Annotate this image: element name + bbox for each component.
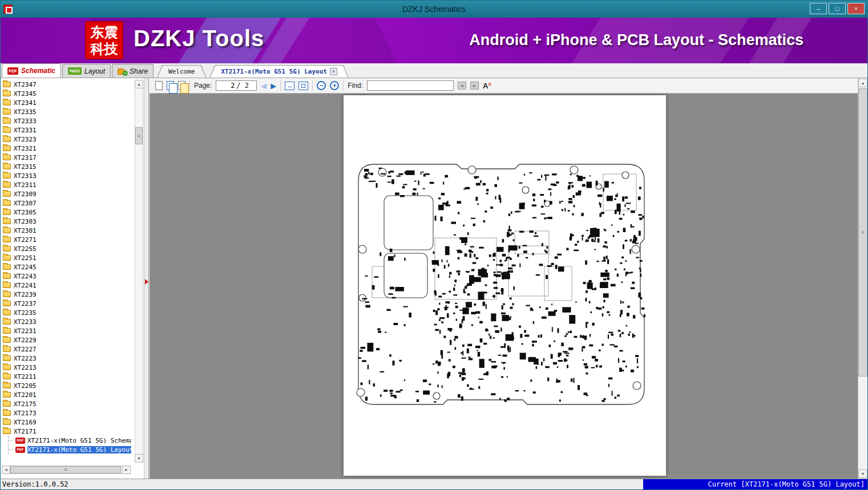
version-label: Version:1.0.0.52	[2, 480, 68, 488]
tab-layout[interactable]: PADS Layout	[62, 64, 111, 78]
tab-share-label: Share	[130, 67, 148, 75]
sidebar-splitter[interactable]	[144, 78, 148, 479]
find-next-icon[interactable]: ►	[470, 82, 479, 90]
tree-folder-item[interactable]: XT2315	[1, 162, 131, 171]
tree-folder-item[interactable]: XT2301	[1, 226, 131, 235]
folder-icon	[3, 273, 11, 279]
pads-icon: PADS	[68, 67, 82, 75]
close-button[interactable]: ×	[847, 3, 865, 14]
tree-folder-item[interactable]: XT2243	[1, 272, 131, 281]
zoom-out-icon[interactable]: −	[317, 81, 326, 90]
tree-folder-item[interactable]: XT2317	[1, 153, 131, 162]
tree-folder-item[interactable]: XT2251	[1, 253, 131, 262]
folder-icon	[3, 291, 11, 297]
viewer-vertical-scrollbar[interactable]: ▲ ≡ ▼	[858, 78, 867, 479]
scroll-down-icon[interactable]: ▼	[858, 469, 867, 478]
tree-folder-item[interactable]: XT2171	[1, 427, 131, 436]
tree-folder-item[interactable]: XT2309	[1, 189, 131, 199]
scroll-right-icon[interactable]: ►	[122, 465, 131, 474]
sidebar-vertical-scrollbar[interactable]: ▲ ≡ ▼	[135, 80, 143, 463]
copy-page-icon[interactable]	[167, 81, 174, 90]
tab-close-icon[interactable]: ×	[330, 68, 337, 75]
doc-tab-layout[interactable]: XT2171-x(Moto G51 5G) Layout ×	[209, 65, 348, 78]
fit-width-icon[interactable]: ↔	[285, 82, 294, 90]
folder-icon	[3, 191, 11, 197]
folder-icon	[3, 328, 11, 334]
scrollbar-thumb[interactable]: ≡	[858, 88, 867, 376]
tree-folder-item[interactable]: XT2233	[1, 317, 131, 326]
tree-folder-item[interactable]: XT2345	[1, 89, 131, 98]
tree-folder-item[interactable]: XT2169	[1, 418, 131, 427]
folder-icon	[3, 118, 11, 124]
doc-tab-welcome-label: Welcome	[168, 68, 195, 75]
tree-item-schematic[interactable]: PDF XT2171-x(Moto G51 5G) Schematic	[9, 436, 131, 445]
tree-folder-item[interactable]: XT2245	[1, 262, 131, 272]
scrollbar-thumb[interactable]: ≡	[10, 466, 121, 473]
previous-page-icon[interactable]: ◀	[261, 82, 267, 90]
scroll-up-icon[interactable]: ▲	[858, 79, 867, 87]
tab-bar: PDF Schematic PADS Layout + Share Welcom…	[1, 63, 867, 78]
tree-folder-item[interactable]: XT2211	[1, 372, 131, 381]
tree-folder-item[interactable]: XT2333	[1, 116, 131, 125]
tree-folder-item[interactable]: XT2239	[1, 290, 131, 299]
minimize-button[interactable]: –	[810, 3, 827, 14]
tree-folder-item[interactable]: XT2229	[1, 335, 131, 345]
tree-folder-item[interactable]: XT2175	[1, 399, 131, 408]
pdf-icon: PDF	[7, 67, 18, 75]
tree-folder-item[interactable]: XT2305	[1, 208, 131, 217]
tree-folder-item[interactable]: XT2201	[1, 390, 131, 399]
tree-folder-item[interactable]: XT2323	[1, 135, 131, 144]
tab-share[interactable]: + Share	[112, 64, 154, 78]
tree-folder-item[interactable]: XT2311	[1, 180, 131, 189]
pcb-layout-sheet[interactable]	[344, 95, 666, 476]
doc-tab-welcome[interactable]: Welcome	[157, 65, 206, 78]
find-input[interactable]	[367, 80, 454, 91]
tree-folder-item[interactable]: XT2347	[1, 80, 131, 89]
sidebar-horizontal-scrollbar[interactable]: ◄ ≡ ►	[2, 465, 131, 474]
tree-folder-item[interactable]: XT2205	[1, 381, 131, 390]
folder-icon	[3, 428, 11, 434]
zoom-in-icon[interactable]: +	[330, 81, 339, 90]
fit-page-icon[interactable]	[298, 82, 308, 90]
maximize-button[interactable]: □	[829, 3, 846, 14]
tree-item-layout-selected[interactable]: PDF XT2171-x(Moto G51 5G) Layout	[9, 445, 131, 454]
folder-icon	[3, 264, 11, 270]
scroll-down-icon[interactable]: ▼	[135, 454, 143, 463]
toolbar-separator	[312, 80, 313, 91]
sidebar: XT2347 XT2345 XT2341 XT2335	[1, 78, 149, 479]
share-icon: +	[118, 68, 127, 75]
tree-folder-item[interactable]: XT2303	[1, 217, 131, 226]
tree-folder-item[interactable]: XT2241	[1, 281, 131, 290]
tree-folder-item[interactable]: XT2255	[1, 244, 131, 253]
page-input[interactable]	[219, 82, 235, 90]
next-page-icon[interactable]: ▶	[271, 82, 276, 90]
tree-folder-item[interactable]: XT2227	[1, 345, 131, 354]
tree-folder-item[interactable]: XT2321	[1, 144, 131, 153]
tree-folder-item[interactable]: XT2271	[1, 235, 131, 244]
scrollbar-thumb[interactable]: ≡	[135, 127, 143, 144]
scroll-left-icon[interactable]: ◄	[2, 465, 10, 474]
pcb-viewer[interactable]	[150, 94, 858, 479]
tree-folder-item[interactable]: XT2335	[1, 107, 131, 116]
folder-icon	[3, 91, 11, 96]
font-size-icon[interactable]: Aa	[483, 81, 491, 90]
tab-schematic[interactable]: PDF Schematic	[2, 63, 61, 78]
tree-folder-item[interactable]: XT2231	[1, 326, 131, 335]
find-previous-icon[interactable]: ◄	[458, 82, 466, 90]
tree-folder-item[interactable]: XT2331	[1, 125, 131, 135]
folder-icon	[3, 155, 11, 160]
tree-folder-item[interactable]: XT2213	[1, 363, 131, 372]
app-name: DZKJ Tools	[134, 26, 264, 51]
tree-folder-item[interactable]: XT2237	[1, 299, 131, 308]
scroll-up-icon[interactable]: ▲	[135, 80, 143, 88]
duplicate-page-icon[interactable]	[178, 81, 185, 90]
folder-icon	[3, 346, 11, 352]
tree-folder-item[interactable]: XT2173	[1, 408, 131, 418]
tree-folder-item[interactable]: XT2341	[1, 98, 131, 107]
tree-folder-item[interactable]: XT2307	[1, 199, 131, 208]
tree-folder-item[interactable]: XT2235	[1, 308, 131, 317]
sidebar-collapse-handle[interactable]	[145, 279, 148, 285]
tree-folder-item[interactable]: XT2223	[1, 354, 131, 363]
page-icon[interactable]	[155, 81, 163, 90]
tree-folder-item[interactable]: XT2313	[1, 171, 131, 180]
